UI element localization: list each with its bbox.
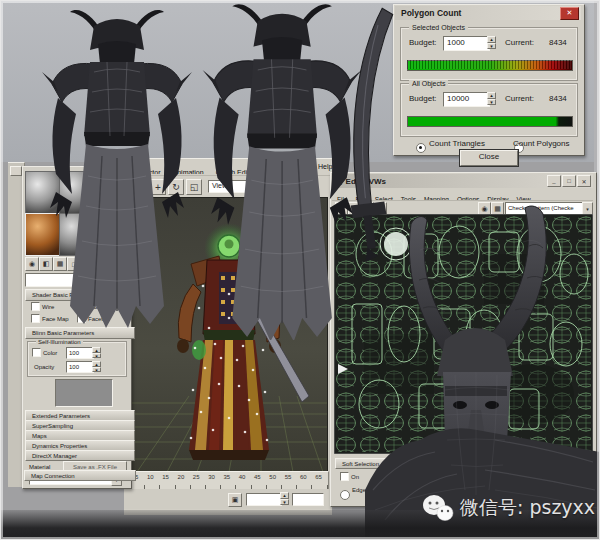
main-menubar: CharacterreactorAnimationGraph EditorsRe… (124, 161, 332, 174)
spinner-down-icon: ▾ (487, 43, 496, 50)
material-name-dropdown-arrow[interactable]: ▾ (83, 273, 94, 288)
budget-label: Budget: (409, 39, 437, 47)
face-map-checkbox[interactable] (31, 314, 40, 323)
uv-titlebar[interactable]: ▦ Edit UVWs _ □ ✕ (332, 174, 593, 188)
view-dropdown[interactable]: View (208, 180, 251, 193)
uv-window-title: Edit UVWs (346, 177, 386, 186)
rotate-tool-button[interactable]: ↻ (168, 179, 184, 195)
opacity-value-field[interactable]: 100 (66, 361, 94, 373)
move-tool-button[interactable]: + (150, 179, 166, 195)
shader-basic-rollout[interactable]: Shader Basic Parameters (25, 289, 135, 301)
minimize-button[interactable]: _ (547, 175, 561, 187)
mat-tool-button[interactable]: ◉ (25, 257, 39, 271)
strip-button[interactable] (10, 166, 22, 176)
uv-wireframe-layout (334, 214, 593, 454)
material-slot[interactable] (93, 171, 128, 214)
directx-manager-rollout[interactable]: DirectX Manager (25, 450, 135, 461)
all-budget-field[interactable]: 10000 (443, 92, 490, 107)
wire-checkbox[interactable] (31, 302, 40, 311)
coord-x-spinner[interactable]: ▴▾ (280, 492, 289, 505)
standard-type-button[interactable]: Standard (95, 273, 130, 289)
count-polygons-label: Count Polygons (513, 140, 569, 148)
material-color-swatch[interactable] (55, 379, 113, 407)
material-name-dropdown[interactable] (25, 273, 87, 287)
mat-tool-button[interactable]: ◧ (39, 257, 53, 271)
main-toolbar: ↖ + ↻ ◱ View ▾ ▦ (124, 175, 332, 197)
map-connection-rollout[interactable]: Map Connection (24, 470, 136, 481)
material-slot[interactable] (59, 171, 94, 214)
menu-reactor[interactable]: reactor (133, 167, 167, 174)
self-illumination-label: Self-Illumination (36, 339, 83, 345)
material-slot-active[interactable] (25, 213, 60, 256)
coord-y-field[interactable] (292, 493, 324, 506)
edit-uvws-window: ▦ Edit UVWs _ □ ✕ FileEditSelectToolsMap… (330, 172, 597, 507)
material-editor-panel: ◉ ◧ ▦ □ ▤ ◐ ▥ ▾ Standard Shader Basic Pa… (22, 166, 132, 489)
count-triangles-radio[interactable] (416, 143, 426, 153)
watermark-text: 微信号: pszyxx (460, 495, 595, 521)
lock-icon: ▣ (232, 496, 239, 504)
checker-icon: ▦ (494, 205, 501, 213)
uv-close-button[interactable]: ✕ (577, 175, 591, 187)
uv-canvas[interactable] (334, 214, 593, 454)
scale-tool-button[interactable]: ◱ (186, 179, 202, 195)
menu-animation[interactable]: Animation (167, 167, 210, 174)
box-icon: □ (72, 261, 76, 268)
selected-budget-field[interactable]: 1000 (443, 36, 490, 51)
spinner-down-icon: ▾ (487, 99, 496, 106)
faceted-label: Faceted (88, 316, 110, 322)
all-objects-group: All Objects Budget: 10000 ▴▾ Current: 84… (400, 83, 578, 137)
perspective-viewport[interactable] (130, 197, 328, 473)
color-value-field[interactable]: 100 (66, 347, 94, 359)
close-icon: ✕ (567, 9, 573, 17)
two-sided-checkbox[interactable] (77, 302, 86, 311)
all-budget-bar (407, 116, 573, 127)
selected-objects-group: Selected Objects Budget: 1000 ▴▾ Current… (400, 27, 578, 81)
color-spinner[interactable]: ▴▾ (92, 347, 101, 358)
edge-dist-label: Edge Dist. (352, 487, 380, 493)
material-slot[interactable] (93, 213, 128, 256)
timeline-ruler[interactable]: 51015 202530 354045 505560 65 (128, 471, 329, 490)
close-dialog-button[interactable]: Close (460, 150, 518, 166)
spinner-down-icon: ▾ (92, 367, 101, 373)
color-checkbox[interactable] (32, 348, 41, 357)
mat-tool-button[interactable]: □ (67, 257, 81, 271)
all-budget-spinner[interactable]: ▴▾ (487, 92, 496, 105)
opacity-spinner[interactable]: ▴▾ (92, 361, 101, 372)
maximize-button[interactable]: □ (562, 175, 576, 187)
coord-x-field[interactable] (246, 493, 282, 506)
view-dropdown-arrow[interactable]: ▾ (248, 180, 260, 194)
budget-label: Budget: (409, 95, 437, 103)
material-sample-slots (25, 171, 127, 255)
material-slot[interactable] (25, 171, 60, 214)
close-icon: ✕ (581, 178, 586, 185)
checker-icon: ▦ (57, 260, 64, 268)
mat-tool-button[interactable]: ▥ (109, 257, 123, 271)
mat-tool-button[interactable]: ▦ (53, 257, 67, 271)
menu-graph-editors[interactable]: Graph Editors (210, 167, 265, 174)
all-objects-label: All Objects (409, 80, 448, 87)
edge-dist-radio[interactable] (340, 490, 350, 500)
soft-selection-rollout[interactable]: Soft Selection (335, 458, 407, 469)
blinn-basic-rollout[interactable]: Blinn Basic Parameters (25, 327, 135, 339)
window-tool-button[interactable]: ▦ (266, 179, 282, 195)
soft-selection-on-checkbox[interactable] (340, 472, 349, 481)
selected-budget-spinner[interactable]: ▴▾ (487, 36, 496, 49)
current-label: Current: (505, 95, 534, 103)
wechat-icon (422, 494, 454, 522)
screenshot-root: CharacterreactorAnimationGraph EditorsRe… (0, 0, 600, 540)
menu-help[interactable]: Help (318, 163, 332, 170)
status-bar: ▣ ▴▾ (124, 489, 332, 509)
soft-selection-on-label: On (351, 474, 359, 480)
material-slot[interactable] (59, 213, 94, 256)
sphere-icon: ◉ (481, 205, 487, 213)
mat-tool-button[interactable]: ▤ (81, 257, 95, 271)
menu-rendering[interactable]: Rendering (265, 167, 309, 174)
two-sided-label: 2-Sided (88, 304, 109, 310)
dialog-titlebar[interactable]: Polygon Count ✕ (395, 6, 581, 20)
select-tool-button[interactable]: ↖ (132, 179, 148, 195)
faceted-checkbox[interactable] (77, 314, 86, 323)
backlight-icon: ◧ (43, 260, 50, 268)
mat-tool-button[interactable]: ◐ (95, 257, 109, 271)
dialog-close-button[interactable]: ✕ (560, 7, 579, 20)
lock-selection-button[interactable]: ▣ (228, 493, 242, 507)
